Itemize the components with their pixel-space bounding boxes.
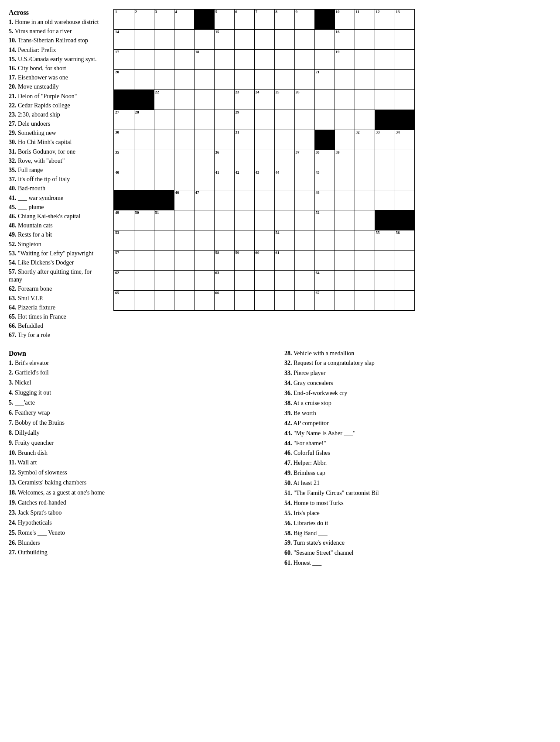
cell-8-1[interactable] — [134, 170, 154, 190]
cell-7-10[interactable]: 38 — [314, 150, 335, 170]
cell-2-10[interactable] — [314, 49, 335, 69]
cell-2-2[interactable] — [154, 49, 174, 69]
cell-10-12[interactable] — [355, 210, 375, 230]
cell-12-10[interactable] — [314, 250, 335, 270]
cell-9-6[interactable] — [234, 190, 254, 210]
cell-13-1[interactable] — [134, 270, 154, 290]
cell-14-14[interactable] — [395, 290, 415, 310]
cell-13-3[interactable] — [174, 270, 194, 290]
cell-8-11[interactable] — [335, 170, 355, 190]
cell-8-6[interactable]: 42 — [234, 170, 254, 190]
cell-9-4[interactable]: 47 — [194, 190, 214, 210]
cell-2-4[interactable]: 18 — [194, 49, 214, 69]
cell-12-13[interactable] — [375, 250, 395, 270]
cell-8-14[interactable] — [395, 170, 415, 190]
cell-12-5[interactable]: 58 — [214, 250, 234, 270]
cell-6-7[interactable] — [254, 130, 274, 150]
cell-13-5[interactable]: 63 — [214, 270, 234, 290]
cell-5-8[interactable] — [274, 110, 294, 130]
cell-3-5[interactable] — [214, 69, 234, 89]
cell-1-2[interactable] — [154, 29, 174, 49]
cell-12-11[interactable] — [335, 250, 355, 270]
cell-12-1[interactable] — [134, 250, 154, 270]
cell-11-7[interactable] — [254, 230, 274, 250]
cell-7-6[interactable] — [234, 150, 254, 170]
cell-10-6[interactable] — [234, 210, 254, 230]
cell-11-1[interactable] — [134, 230, 154, 250]
cell-4-9[interactable]: 26 — [294, 89, 314, 110]
cell-12-4[interactable] — [194, 250, 214, 270]
cell-9-1[interactable] — [134, 190, 154, 210]
cell-3-0[interactable]: 20 — [114, 69, 134, 89]
cell-2-14[interactable] — [395, 49, 415, 69]
cell-7-2[interactable] — [154, 150, 174, 170]
cell-3-14[interactable] — [395, 69, 415, 89]
cell-14-4[interactable] — [194, 290, 214, 310]
cell-14-6[interactable] — [234, 290, 254, 310]
cell-8-10[interactable]: 45 — [314, 170, 335, 190]
cell-1-12[interactable] — [355, 29, 375, 49]
cell-2-0[interactable]: 17 — [114, 49, 134, 69]
cell-9-13[interactable] — [375, 190, 395, 210]
cell-0-6[interactable]: 6 — [234, 9, 254, 29]
cell-4-8[interactable]: 25 — [274, 89, 294, 110]
cell-10-9[interactable] — [294, 210, 314, 230]
cell-9-8[interactable] — [274, 190, 294, 210]
cell-7-13[interactable] — [375, 150, 395, 170]
cell-6-2[interactable] — [154, 130, 174, 150]
cell-8-0[interactable]: 40 — [114, 170, 134, 190]
cell-4-12[interactable] — [355, 89, 375, 110]
cell-9-14[interactable] — [395, 190, 415, 210]
cell-4-5[interactable] — [214, 89, 234, 110]
cell-11-9[interactable] — [294, 230, 314, 250]
cell-9-12[interactable] — [355, 190, 375, 210]
cell-14-8[interactable] — [274, 290, 294, 310]
cell-2-12[interactable] — [355, 49, 375, 69]
cell-1-3[interactable] — [174, 29, 194, 49]
cell-11-4[interactable] — [194, 230, 214, 250]
cell-0-14[interactable]: 13 — [395, 9, 415, 29]
cell-5-0[interactable]: 27 — [114, 110, 134, 130]
cell-12-9[interactable] — [294, 250, 314, 270]
cell-12-6[interactable]: 59 — [234, 250, 254, 270]
cell-9-2[interactable] — [154, 190, 174, 210]
cell-2-7[interactable] — [254, 49, 274, 69]
cell-6-12[interactable]: 32 — [355, 130, 375, 150]
cell-11-8[interactable]: 54 — [274, 230, 294, 250]
cell-6-5[interactable] — [214, 130, 234, 150]
cell-1-8[interactable] — [274, 29, 294, 49]
cell-1-9[interactable] — [294, 29, 314, 49]
cell-3-9[interactable] — [294, 69, 314, 89]
cell-1-0[interactable]: 14 — [114, 29, 134, 49]
cell-4-0[interactable] — [114, 89, 134, 110]
cell-0-12[interactable]: 11 — [355, 9, 375, 29]
cell-1-6[interactable] — [234, 29, 254, 49]
cell-1-4[interactable] — [194, 29, 214, 49]
cell-12-2[interactable] — [154, 250, 174, 270]
cell-13-9[interactable] — [294, 270, 314, 290]
cell-7-14[interactable] — [395, 150, 415, 170]
cell-13-4[interactable] — [194, 270, 214, 290]
cell-3-11[interactable] — [335, 69, 355, 89]
cell-5-2[interactable] — [154, 110, 174, 130]
cell-9-10[interactable]: 48 — [314, 190, 335, 210]
cell-0-8[interactable]: 8 — [274, 9, 294, 29]
cell-13-0[interactable]: 62 — [114, 270, 134, 290]
cell-7-8[interactable] — [274, 150, 294, 170]
cell-4-10[interactable] — [314, 89, 335, 110]
cell-14-12[interactable] — [355, 290, 375, 310]
cell-4-3[interactable] — [174, 89, 194, 110]
cell-5-4[interactable] — [194, 110, 214, 130]
cell-0-1[interactable]: 2 — [134, 9, 154, 29]
cell-11-5[interactable] — [214, 230, 234, 250]
cell-11-14[interactable]: 56 — [395, 230, 415, 250]
cell-10-11[interactable] — [335, 210, 355, 230]
cell-0-11[interactable]: 10 — [335, 9, 355, 29]
cell-6-10[interactable] — [314, 130, 335, 150]
cell-3-12[interactable] — [355, 69, 375, 89]
cell-5-11[interactable] — [335, 110, 355, 130]
cell-14-2[interactable] — [154, 290, 174, 310]
cell-10-3[interactable] — [174, 210, 194, 230]
cell-5-1[interactable]: 28 — [134, 110, 154, 130]
cell-12-14[interactable] — [395, 250, 415, 270]
